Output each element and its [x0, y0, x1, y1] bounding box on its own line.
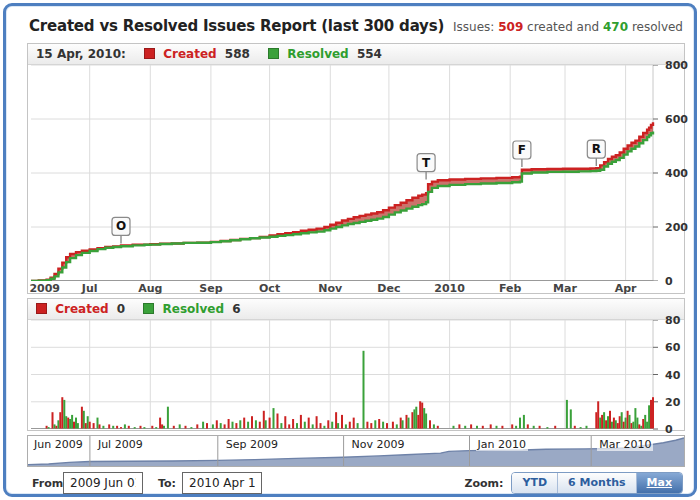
resolved-bar — [124, 424, 126, 428]
resolved-series-line[interactable] — [31, 131, 653, 281]
resolved-bar — [102, 426, 104, 429]
resolved-bar — [423, 408, 425, 428]
navigator-month-label: Jun 2009 — [32, 438, 85, 451]
resolved-bar — [143, 427, 145, 428]
created-bar — [417, 415, 419, 429]
flag-marker-t[interactable]: T — [417, 154, 435, 180]
created-bar — [527, 424, 529, 428]
issues-label: Issues: — [453, 20, 494, 34]
resolved-bar — [464, 426, 466, 429]
created-bar — [89, 422, 91, 429]
navigator-month-label: Sep 2009 — [224, 438, 280, 451]
daily-bars[interactable] — [46, 351, 654, 429]
resolved-bar — [220, 423, 222, 429]
resolved-bar — [533, 426, 535, 429]
flag-marker-f[interactable]: F — [513, 141, 531, 167]
resolved-bar — [239, 420, 241, 428]
created-bar — [263, 411, 265, 429]
range-controls: From: To: Zoom: YTD 6 Months Max — [27, 471, 685, 497]
resolved-bar — [611, 422, 613, 429]
created-bar — [609, 411, 611, 429]
timeline-navigator[interactable]: Jun 2009Jul 2009Sep 2009Nov 2009Jan 2010… — [27, 435, 685, 467]
created-bar — [539, 426, 541, 429]
created-bar — [627, 411, 629, 429]
flag-marker-o[interactable]: O — [112, 217, 130, 243]
flag-marker-r[interactable]: R — [587, 140, 605, 166]
resolved-bar — [337, 423, 339, 429]
resolved-bar — [566, 400, 568, 429]
zoom-button-ytd[interactable]: YTD — [512, 473, 558, 493]
resolved-bar — [97, 418, 99, 429]
zoom-button-6months[interactable]: 6 Months — [558, 473, 636, 493]
x-axis-label: Nov — [318, 282, 342, 295]
y-axis-label: 400 — [665, 167, 688, 180]
resolved-bar — [83, 411, 85, 429]
created-bar — [353, 418, 355, 429]
x-axis-label: Mar — [553, 282, 577, 295]
created-bar — [93, 423, 95, 429]
resolved-bar — [190, 427, 192, 428]
y-axis-label: 60 — [665, 341, 680, 354]
created-bar — [216, 420, 218, 428]
created-bar — [378, 419, 380, 429]
created-bar — [392, 422, 394, 429]
resolved-bar — [167, 407, 169, 429]
y-axis-label: 800 — [665, 59, 688, 72]
widget-frame: Created vs Resolved Issues Report (last … — [3, 3, 697, 497]
resolved-bar — [640, 426, 642, 429]
resolved-bar — [425, 414, 427, 429]
created-bar — [151, 426, 153, 429]
created-bar — [370, 423, 372, 429]
created-bar — [482, 426, 484, 429]
created-bar — [235, 423, 237, 429]
resolved-bar — [331, 422, 333, 429]
resolved-bar — [304, 422, 306, 429]
main-chart-plot[interactable]: OTFR — [31, 65, 661, 281]
x-axis-label: Dec — [377, 282, 400, 295]
created-series-line[interactable] — [31, 122, 653, 281]
daily-chart-legend: Created 0 Resolved 6 — [28, 299, 684, 320]
zoom-button-group: YTD 6 Months Max — [511, 472, 683, 494]
resolved-bar — [433, 424, 435, 428]
daily-legend-created-value: 0 — [117, 302, 125, 316]
resolved-bar — [644, 415, 646, 429]
created-bar — [308, 418, 310, 429]
resolved-bar — [634, 408, 636, 428]
resolved-bar — [87, 416, 89, 428]
resolved-bar — [636, 418, 638, 429]
resolved-bar — [65, 416, 67, 428]
resolved-bar — [607, 416, 609, 428]
from-date-input[interactable] — [63, 472, 143, 494]
resolved-bar — [586, 426, 588, 429]
resolved-bar — [312, 424, 314, 428]
created-bar — [406, 415, 408, 429]
created-bar — [437, 426, 439, 429]
zoom-button-max[interactable]: Max — [637, 473, 682, 493]
resolved-bar — [357, 423, 359, 429]
created-bar — [458, 424, 460, 428]
resolved-bar — [179, 424, 181, 428]
to-date-input[interactable] — [182, 472, 262, 494]
created-bar — [277, 414, 279, 429]
x-axis-label: Aug — [138, 282, 162, 295]
daily-chart-plot[interactable] — [31, 320, 661, 430]
resolved-bar — [296, 423, 298, 429]
created-bar — [196, 424, 198, 428]
created-bar — [99, 424, 101, 428]
to-label: To: — [158, 477, 176, 490]
created-bar — [288, 424, 290, 428]
created-bar — [501, 426, 503, 429]
created-bar — [597, 401, 599, 428]
resolved-bar — [496, 426, 498, 429]
created-bar — [61, 397, 63, 428]
resolved-swatch-icon — [268, 48, 279, 59]
resolved-bar — [476, 426, 478, 429]
created-bar — [623, 422, 625, 429]
navigator-month-label: Nov 2009 — [350, 438, 407, 451]
resolved-bar — [629, 415, 631, 429]
created-bar — [429, 420, 431, 428]
zoom-label: Zoom: — [465, 477, 504, 490]
page-title: Created vs Resolved Issues Report (last … — [29, 17, 444, 35]
resolved-bar — [247, 422, 249, 429]
resolved-bar — [413, 409, 415, 428]
